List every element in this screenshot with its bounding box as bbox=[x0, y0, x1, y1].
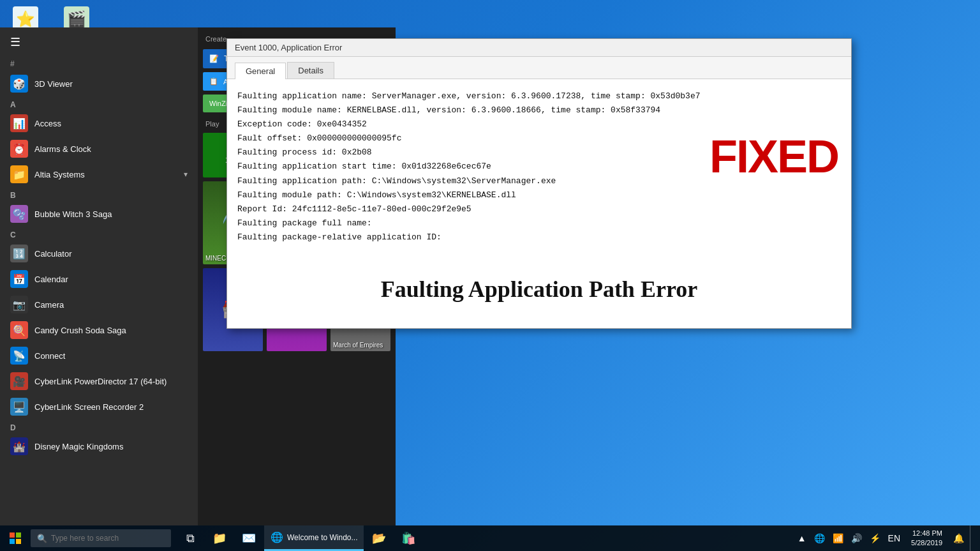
section-d: D bbox=[3, 419, 195, 434]
start-button[interactable] bbox=[0, 525, 31, 551]
taskbar-app-mail[interactable]: ✉️ bbox=[235, 525, 263, 551]
taskbar-app-edge[interactable]: 🌐 Welcome to Windo... bbox=[264, 525, 364, 551]
taskbar-apps: ⧉ 📁 ✉️ 🌐 Welcome to Windo... 📂 🛍️ bbox=[176, 525, 422, 551]
app-item-altia[interactable]: 📁 Altia Systems ▾ bbox=[3, 162, 195, 187]
wifi-icon[interactable]: 📶 bbox=[831, 533, 845, 543]
hamburger-button[interactable]: ☰ bbox=[8, 33, 23, 52]
app-icon-3dviewer: 🎲 bbox=[10, 75, 28, 93]
content-line-3: Exception code: 0xe0434352 bbox=[237, 117, 841, 132]
task-view-icon: ⧉ bbox=[186, 532, 195, 545]
taskbar-search-bar[interactable]: 🔍 bbox=[31, 529, 171, 547]
app-icon-calculator: 🔢 bbox=[10, 245, 28, 262]
hash-section-label: # bbox=[3, 57, 195, 71]
taskbar-right-area: ▲ 🌐 📶 🔊 ⚡ EN 12:48 PM 5/28/2019 🔔 bbox=[796, 525, 980, 551]
keyboard-lang-icon[interactable]: EN bbox=[886, 533, 902, 543]
taskbar-app-file-explorer[interactable]: 📁 bbox=[205, 525, 234, 551]
svg-rect-0 bbox=[10, 532, 15, 538]
app-icon-candycrush: 🍭 bbox=[10, 321, 28, 339]
notifications-icon[interactable]: 🔔 bbox=[951, 533, 966, 543]
power-icon[interactable]: ⚡ bbox=[868, 533, 882, 543]
app-item-alarms[interactable]: ⏰ Alarms & Clock bbox=[3, 136, 195, 162]
svg-rect-1 bbox=[16, 532, 21, 538]
app-item-access[interactable]: 📊 Access bbox=[3, 110, 195, 136]
section-b: B bbox=[3, 187, 195, 201]
altia-expand-arrow: ▾ bbox=[184, 170, 188, 179]
app-name-candycrush: Candy Crush Soda Saga bbox=[34, 326, 126, 335]
dialog-titlebar: Event 1000, Application Error bbox=[227, 39, 851, 57]
tab-general[interactable]: General bbox=[235, 63, 286, 79]
content-line-10: Faulting package full name: bbox=[237, 216, 841, 230]
app-item-camera[interactable]: 📷 Camera bbox=[3, 292, 195, 317]
app-icon-access: 📊 bbox=[10, 114, 28, 132]
dialog-tabs: General Details bbox=[227, 57, 851, 79]
taskbar-clock[interactable]: 12:48 PM 5/28/2019 bbox=[906, 529, 947, 548]
content-line-9: Report Id: 24fc1112-8e5c-11e7-80ed-000c2… bbox=[237, 202, 841, 216]
app-item-disney[interactable]: 🏰 Disney Magic Kingdoms bbox=[3, 434, 195, 459]
taskbar-app-folder2[interactable]: 📂 bbox=[365, 525, 393, 551]
dialog-title: Event 1000, Application Error bbox=[235, 43, 342, 52]
app-item-calculator[interactable]: 🔢 Calculator bbox=[3, 241, 195, 266]
app-icon-camera: 📷 bbox=[10, 296, 28, 313]
store-icon: 🛍️ bbox=[401, 531, 415, 545]
mail-icon: ✉️ bbox=[242, 531, 256, 545]
app-name-connect: Connect bbox=[34, 351, 65, 361]
app-icon-alarms: ⏰ bbox=[10, 140, 28, 158]
app-name-access: Access bbox=[34, 119, 61, 128]
app-icon-calendar: 📅 bbox=[10, 270, 28, 288]
faulting-path-title: Faulting Application Path Error bbox=[381, 270, 697, 309]
windows-logo-icon bbox=[10, 532, 21, 544]
taskbar-app-task-view[interactable]: ⧉ bbox=[176, 525, 204, 551]
file-explorer-icon: 📁 bbox=[212, 531, 226, 545]
taskbar: 🔍 ⧉ 📁 ✉️ 🌐 Welcome to Windo... 📂 🛍️ bbox=[0, 525, 980, 551]
app-name-altia: Altia Systems bbox=[34, 170, 85, 179]
network-icon[interactable]: 🌐 bbox=[812, 533, 827, 543]
app-item-calendar[interactable]: 📅 Calendar bbox=[3, 266, 195, 292]
app-icon-altia: 📁 bbox=[10, 165, 28, 183]
app-item-candycrush[interactable]: 🍭 Candy Crush Soda Saga bbox=[3, 317, 195, 343]
svg-rect-3 bbox=[16, 539, 21, 544]
event-viewer-dialog: Event 1000, Application Error General De… bbox=[226, 38, 852, 329]
content-line-11: Faulting package-relative application ID… bbox=[237, 230, 841, 245]
app-item-cyberlink-pd[interactable]: 🎥 CyberLink PowerDirector 17 (64-bit) bbox=[3, 368, 195, 394]
edge-label: Welcome to Windo... bbox=[287, 533, 357, 542]
edge-icon: 🌐 bbox=[271, 531, 283, 543]
content-line-2: Faulting module name: KERNELBASE.dll, ve… bbox=[237, 103, 841, 117]
app-icon-bubblewitch: 🫧 bbox=[10, 205, 28, 223]
app-name-cyberlink-sr: CyberLink Screen Recorder 2 bbox=[34, 402, 144, 412]
content-line-1: Faulting application name: ServerManager… bbox=[237, 89, 841, 103]
app-icon-connect: 📡 bbox=[10, 347, 28, 365]
app-name-bubblewitch: Bubble Witch 3 Saga bbox=[34, 209, 112, 219]
start-menu-left-panel: ☰ # 🎲 3D Viewer A 📊 Access ⏰ Alarms & Cl… bbox=[0, 27, 198, 525]
taskbar-search-input[interactable] bbox=[51, 534, 165, 543]
app-name-calculator: Calculator bbox=[34, 249, 72, 259]
tab-details[interactable]: Details bbox=[287, 62, 334, 79]
clock-time: 12:48 PM bbox=[911, 529, 942, 538]
show-desktop-button[interactable] bbox=[970, 525, 975, 551]
app-item-bubblewitch[interactable]: 🫧 Bubble Witch 3 Saga bbox=[3, 201, 195, 227]
march-label: March of Empires bbox=[333, 342, 383, 349]
app-name-cyberlink-pd: CyberLink PowerDirector 17 (64-bit) bbox=[34, 377, 167, 386]
volume-icon[interactable]: 🔊 bbox=[849, 533, 864, 543]
app-icon-cyberlink-sr: 🖥️ bbox=[10, 398, 28, 416]
folder2-icon: 📂 bbox=[372, 531, 386, 545]
content-line-4: Fault offset: 0x000000000000095fc bbox=[237, 132, 841, 146]
app-name-3dviewer: 3D Viewer bbox=[34, 79, 73, 89]
svg-rect-2 bbox=[10, 539, 15, 544]
app-list: # 🎲 3D Viewer A 📊 Access ⏰ Alarms & Cloc… bbox=[0, 57, 198, 525]
app-item-connect[interactable]: 📡 Connect bbox=[3, 343, 195, 368]
desktop: ⭐ Favorites 🎬 Pinnacle Studio 12 📁 Pinna… bbox=[0, 0, 980, 551]
app-name-alarms: Alarms & Clock bbox=[34, 144, 91, 154]
content-line-8: Faulting module path: C:\Windows\system3… bbox=[237, 188, 841, 202]
content-line-7: Faulting application path: C:\Windows\sy… bbox=[237, 174, 841, 188]
system-tray-expand-icon[interactable]: ▲ bbox=[796, 533, 808, 543]
taskbar-app-store[interactable]: 🛍️ bbox=[394, 525, 422, 551]
content-line-5: Faulting process id: 0x2b08 bbox=[237, 146, 841, 160]
app-name-disney: Disney Magic Kingdoms bbox=[34, 442, 123, 451]
search-icon: 🔍 bbox=[37, 534, 47, 543]
dialog-content: Faulting application name: ServerManager… bbox=[227, 79, 851, 328]
app-item-3dviewer[interactable]: 🎲 3D Viewer bbox=[3, 71, 195, 96]
clock-date: 5/28/2019 bbox=[911, 538, 942, 548]
app-item-cyberlink-sr[interactable]: 🖥️ CyberLink Screen Recorder 2 bbox=[3, 394, 195, 419]
section-a: A bbox=[3, 96, 195, 110]
content-line-6: Faulting application start time: 0x01d32… bbox=[237, 160, 841, 174]
